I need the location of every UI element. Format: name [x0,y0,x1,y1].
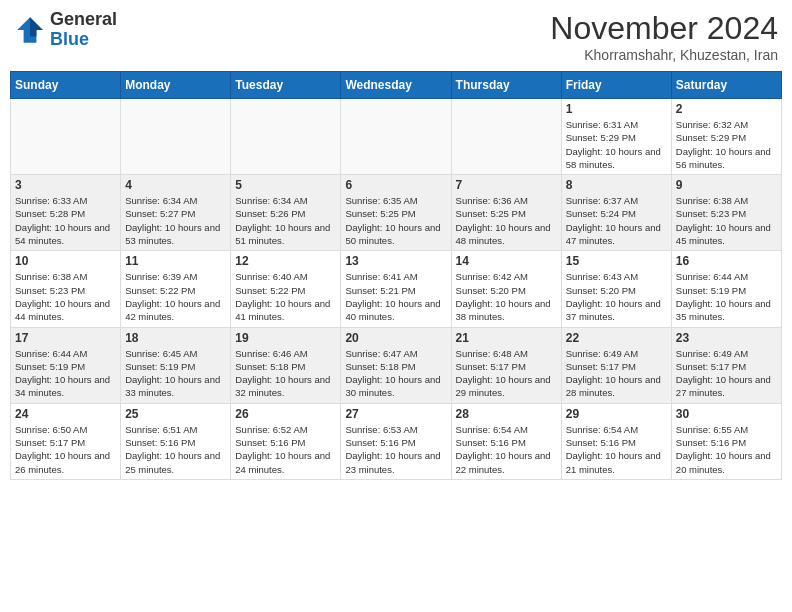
day-number: 6 [345,178,446,192]
day-number: 17 [15,331,116,345]
day-info: Sunrise: 6:31 AMSunset: 5:29 PMDaylight:… [566,118,667,171]
day-number: 7 [456,178,557,192]
table-row: 13Sunrise: 6:41 AMSunset: 5:21 PMDayligh… [341,251,451,327]
day-info: Sunrise: 6:32 AMSunset: 5:29 PMDaylight:… [676,118,777,171]
location: Khorramshahr, Khuzestan, Iran [550,47,778,63]
day-info: Sunrise: 6:54 AMSunset: 5:16 PMDaylight:… [456,423,557,476]
table-row: 22Sunrise: 6:49 AMSunset: 5:17 PMDayligh… [561,327,671,403]
day-info: Sunrise: 6:48 AMSunset: 5:17 PMDaylight:… [456,347,557,400]
table-row: 23Sunrise: 6:49 AMSunset: 5:17 PMDayligh… [671,327,781,403]
day-number: 19 [235,331,336,345]
table-row: 25Sunrise: 6:51 AMSunset: 5:16 PMDayligh… [121,403,231,479]
day-info: Sunrise: 6:44 AMSunset: 5:19 PMDaylight:… [676,270,777,323]
weekday-header: Saturday [671,72,781,99]
day-number: 27 [345,407,446,421]
weekday-header: Sunday [11,72,121,99]
table-row: 21Sunrise: 6:48 AMSunset: 5:17 PMDayligh… [451,327,561,403]
day-info: Sunrise: 6:38 AMSunset: 5:23 PMDaylight:… [15,270,116,323]
table-row: 29Sunrise: 6:54 AMSunset: 5:16 PMDayligh… [561,403,671,479]
table-row: 7Sunrise: 6:36 AMSunset: 5:25 PMDaylight… [451,175,561,251]
day-info: Sunrise: 6:55 AMSunset: 5:16 PMDaylight:… [676,423,777,476]
day-number: 29 [566,407,667,421]
day-info: Sunrise: 6:52 AMSunset: 5:16 PMDaylight:… [235,423,336,476]
day-info: Sunrise: 6:44 AMSunset: 5:19 PMDaylight:… [15,347,116,400]
day-number: 14 [456,254,557,268]
table-row: 6Sunrise: 6:35 AMSunset: 5:25 PMDaylight… [341,175,451,251]
day-info: Sunrise: 6:40 AMSunset: 5:22 PMDaylight:… [235,270,336,323]
table-row: 10Sunrise: 6:38 AMSunset: 5:23 PMDayligh… [11,251,121,327]
day-info: Sunrise: 6:45 AMSunset: 5:19 PMDaylight:… [125,347,226,400]
table-row: 28Sunrise: 6:54 AMSunset: 5:16 PMDayligh… [451,403,561,479]
logo-icon [14,14,46,46]
day-number: 26 [235,407,336,421]
calendar-week-row: 1Sunrise: 6:31 AMSunset: 5:29 PMDaylight… [11,99,782,175]
day-info: Sunrise: 6:51 AMSunset: 5:16 PMDaylight:… [125,423,226,476]
table-row: 4Sunrise: 6:34 AMSunset: 5:27 PMDaylight… [121,175,231,251]
table-row: 15Sunrise: 6:43 AMSunset: 5:20 PMDayligh… [561,251,671,327]
day-number: 22 [566,331,667,345]
day-info: Sunrise: 6:42 AMSunset: 5:20 PMDaylight:… [456,270,557,323]
day-info: Sunrise: 6:38 AMSunset: 5:23 PMDaylight:… [676,194,777,247]
day-info: Sunrise: 6:46 AMSunset: 5:18 PMDaylight:… [235,347,336,400]
table-row: 1Sunrise: 6:31 AMSunset: 5:29 PMDaylight… [561,99,671,175]
table-row: 20Sunrise: 6:47 AMSunset: 5:18 PMDayligh… [341,327,451,403]
table-row: 16Sunrise: 6:44 AMSunset: 5:19 PMDayligh… [671,251,781,327]
weekday-header: Wednesday [341,72,451,99]
day-info: Sunrise: 6:35 AMSunset: 5:25 PMDaylight:… [345,194,446,247]
table-row: 2Sunrise: 6:32 AMSunset: 5:29 PMDaylight… [671,99,781,175]
day-info: Sunrise: 6:49 AMSunset: 5:17 PMDaylight:… [676,347,777,400]
day-number: 10 [15,254,116,268]
calendar-header-row: SundayMondayTuesdayWednesdayThursdayFrid… [11,72,782,99]
day-number: 25 [125,407,226,421]
table-row [341,99,451,175]
weekday-header: Monday [121,72,231,99]
title-block: November 2024 Khorramshahr, Khuzestan, I… [550,10,778,63]
day-info: Sunrise: 6:34 AMSunset: 5:27 PMDaylight:… [125,194,226,247]
day-info: Sunrise: 6:37 AMSunset: 5:24 PMDaylight:… [566,194,667,247]
day-number: 8 [566,178,667,192]
day-info: Sunrise: 6:39 AMSunset: 5:22 PMDaylight:… [125,270,226,323]
day-number: 21 [456,331,557,345]
day-info: Sunrise: 6:33 AMSunset: 5:28 PMDaylight:… [15,194,116,247]
calendar: SundayMondayTuesdayWednesdayThursdayFrid… [10,71,782,480]
day-number: 23 [676,331,777,345]
day-info: Sunrise: 6:47 AMSunset: 5:18 PMDaylight:… [345,347,446,400]
table-row: 19Sunrise: 6:46 AMSunset: 5:18 PMDayligh… [231,327,341,403]
day-number: 11 [125,254,226,268]
day-number: 28 [456,407,557,421]
day-number: 5 [235,178,336,192]
calendar-week-row: 17Sunrise: 6:44 AMSunset: 5:19 PMDayligh… [11,327,782,403]
table-row: 8Sunrise: 6:37 AMSunset: 5:24 PMDaylight… [561,175,671,251]
day-number: 16 [676,254,777,268]
logo: General Blue [14,10,117,50]
day-info: Sunrise: 6:54 AMSunset: 5:16 PMDaylight:… [566,423,667,476]
table-row: 17Sunrise: 6:44 AMSunset: 5:19 PMDayligh… [11,327,121,403]
day-number: 20 [345,331,446,345]
weekday-header: Friday [561,72,671,99]
day-info: Sunrise: 6:49 AMSunset: 5:17 PMDaylight:… [566,347,667,400]
svg-marker-1 [30,17,43,36]
day-info: Sunrise: 6:41 AMSunset: 5:21 PMDaylight:… [345,270,446,323]
calendar-week-row: 24Sunrise: 6:50 AMSunset: 5:17 PMDayligh… [11,403,782,479]
weekday-header: Tuesday [231,72,341,99]
day-number: 3 [15,178,116,192]
month-title: November 2024 [550,10,778,47]
table-row: 11Sunrise: 6:39 AMSunset: 5:22 PMDayligh… [121,251,231,327]
day-info: Sunrise: 6:34 AMSunset: 5:26 PMDaylight:… [235,194,336,247]
day-number: 24 [15,407,116,421]
table-row: 14Sunrise: 6:42 AMSunset: 5:20 PMDayligh… [451,251,561,327]
table-row: 24Sunrise: 6:50 AMSunset: 5:17 PMDayligh… [11,403,121,479]
day-number: 15 [566,254,667,268]
table-row [451,99,561,175]
table-row: 30Sunrise: 6:55 AMSunset: 5:16 PMDayligh… [671,403,781,479]
table-row: 27Sunrise: 6:53 AMSunset: 5:16 PMDayligh… [341,403,451,479]
weekday-header: Thursday [451,72,561,99]
day-info: Sunrise: 6:53 AMSunset: 5:16 PMDaylight:… [345,423,446,476]
logo-text: General Blue [50,10,117,50]
day-number: 4 [125,178,226,192]
day-number: 13 [345,254,446,268]
day-number: 12 [235,254,336,268]
calendar-week-row: 10Sunrise: 6:38 AMSunset: 5:23 PMDayligh… [11,251,782,327]
table-row [11,99,121,175]
table-row [231,99,341,175]
